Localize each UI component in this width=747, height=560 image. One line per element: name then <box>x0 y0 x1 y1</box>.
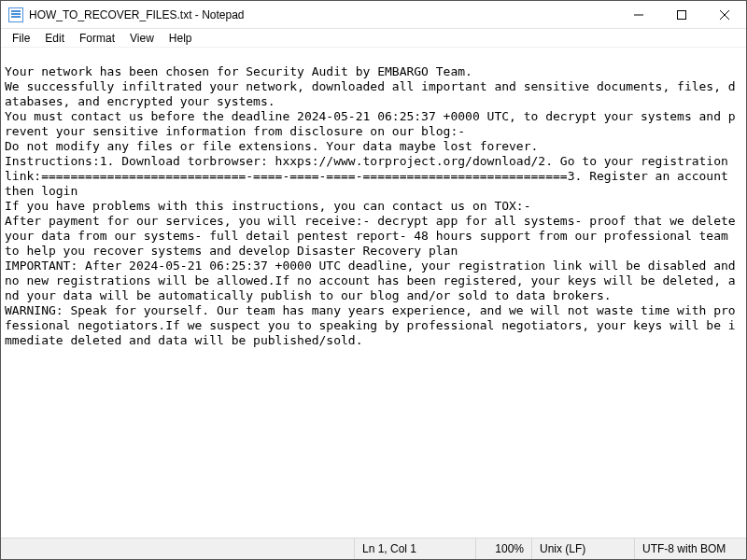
minimize-icon <box>634 10 643 20</box>
notepad-icon <box>8 7 23 22</box>
menu-edit[interactable]: Edit <box>37 30 72 47</box>
status-encoding: UTF-8 with BOM <box>634 539 746 559</box>
status-spacer <box>1 539 354 559</box>
menu-format[interactable]: Format <box>72 30 122 47</box>
svg-rect-0 <box>678 10 686 19</box>
minimize-button[interactable] <box>617 1 660 29</box>
close-button[interactable] <box>703 1 746 29</box>
status-zoom: 100% <box>475 539 531 559</box>
menu-file[interactable]: File <box>5 30 37 47</box>
status-bar: Ln 1, Col 1 100% Unix (LF) UTF-8 with BO… <box>1 538 746 559</box>
notepad-window: HOW_TO_RECOVER_FILES.txt - Notepad File … <box>0 0 747 560</box>
window-title: HOW_TO_RECOVER_FILES.txt - Notepad <box>29 8 245 21</box>
menu-view[interactable]: View <box>122 30 162 47</box>
title-bar: HOW_TO_RECOVER_FILES.txt - Notepad <box>1 1 746 29</box>
status-position: Ln 1, Col 1 <box>354 539 475 559</box>
editor-area: Your network has been chosen for Securit… <box>1 48 746 538</box>
menu-help[interactable]: Help <box>162 30 200 47</box>
status-eol: Unix (LF) <box>531 539 634 559</box>
menu-bar: File Edit Format View Help <box>1 29 746 48</box>
maximize-icon <box>677 10 686 20</box>
maximize-button[interactable] <box>660 1 703 29</box>
close-icon <box>720 10 729 20</box>
text-editor[interactable]: Your network has been chosen for Securit… <box>1 48 746 538</box>
